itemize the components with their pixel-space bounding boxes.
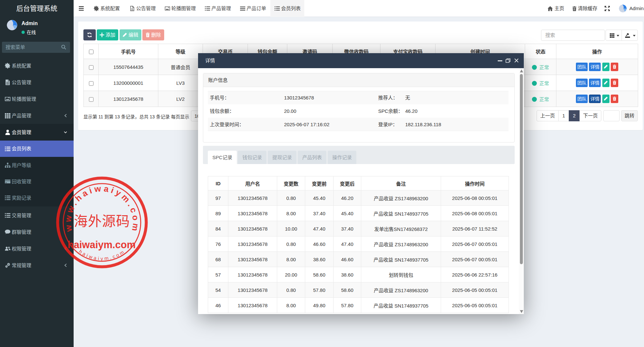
svg-text:haiwaiym.com: haiwaiym.com xyxy=(78,248,126,261)
svg-text:haiwaiym.com: haiwaiym.com xyxy=(68,239,136,250)
svg-text:海外源码: 海外源码 xyxy=(74,214,130,229)
